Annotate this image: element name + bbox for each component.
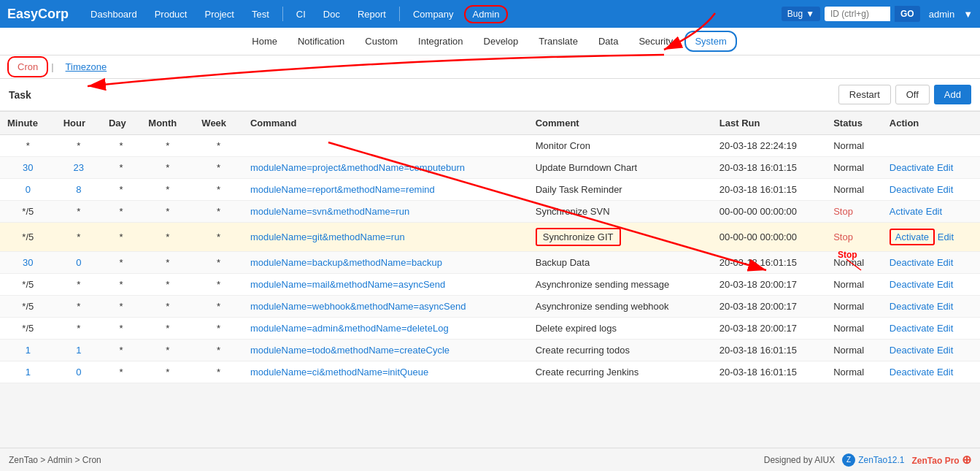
subnav-home[interactable]: Home bbox=[243, 30, 286, 53]
table-row: 300***moduleName=backup&methodName=backu… bbox=[0, 252, 980, 274]
nav-sep-2 bbox=[399, 7, 400, 21]
subnav-custom[interactable]: Custom bbox=[356, 30, 406, 53]
col-last-run: Last Run bbox=[712, 112, 826, 135]
subnav-translate[interactable]: Translate bbox=[530, 30, 587, 53]
user-arrow-icon: ▼ bbox=[963, 9, 973, 20]
task-header: Task Restart Off Add bbox=[0, 79, 980, 111]
subnav-security[interactable]: Security bbox=[630, 30, 682, 53]
top-nav: EasyCorp Dashboard Product Project Test … bbox=[0, 0, 980, 28]
breadcrumb: ZenTao > Admin > Cron bbox=[9, 455, 101, 465]
col-comment: Comment bbox=[528, 112, 712, 135]
task-title: Task bbox=[9, 89, 31, 101]
col-hour: Hour bbox=[56, 112, 101, 135]
top-right: Bug ▼ GO admin ▼ bbox=[782, 6, 973, 22]
task-table-container: Minute Hour Day Month Week Command Comme… bbox=[0, 111, 980, 383]
top-nav-links: Dashboard Product Project Test CI Doc Re… bbox=[83, 4, 782, 24]
bottom-bar: ZenTao > Admin > Cron Designed by AIUX Z… bbox=[0, 448, 980, 471]
table-header-row: Minute Hour Day Month Week Command Comme… bbox=[0, 112, 980, 135]
subnav-notification[interactable]: Notification bbox=[289, 30, 353, 53]
zentao-pro: ZenTao Pro ⊕ bbox=[912, 453, 971, 467]
table-row: 3023***moduleName=project&methodName=com… bbox=[0, 157, 980, 179]
go-button[interactable]: GO bbox=[895, 6, 920, 22]
designed-by: Designed by AIUX bbox=[764, 455, 835, 465]
table-row: 11***moduleName=todo&methodName=createCy… bbox=[0, 340, 980, 361]
col-month: Month bbox=[141, 112, 194, 135]
table-row: */5****moduleName=admin&methodName=delet… bbox=[0, 318, 980, 340]
nav-report[interactable]: Report bbox=[350, 4, 393, 24]
section-tabs: Cron | Timezone bbox=[0, 55, 980, 79]
col-week: Week bbox=[194, 112, 243, 135]
dropdown-arrow-icon: ▼ bbox=[806, 9, 814, 19]
id-input[interactable] bbox=[825, 7, 890, 21]
zentao-version: ZenTao12.1 bbox=[858, 455, 904, 465]
table-row: */5****moduleName=mail&methodName=asyncS… bbox=[0, 274, 980, 296]
zentao-icon: Z bbox=[842, 453, 855, 467]
subnav-system[interactable]: System bbox=[684, 31, 736, 52]
nav-test[interactable]: Test bbox=[244, 4, 277, 24]
footer-right: Designed by AIUX Z ZenTao12.1 ZenTao Pro… bbox=[764, 453, 971, 467]
nav-sep-1 bbox=[282, 7, 283, 21]
nav-doc[interactable]: Doc bbox=[316, 4, 347, 24]
add-button[interactable]: Add bbox=[934, 85, 971, 104]
subnav-integration[interactable]: Integration bbox=[409, 30, 471, 53]
table-row: 10***moduleName=ci&methodName=initQueueC… bbox=[0, 361, 980, 383]
plus-icon: ⊕ bbox=[962, 453, 971, 466]
nav-admin[interactable]: Admin bbox=[464, 5, 509, 23]
off-button[interactable]: Off bbox=[895, 85, 930, 104]
col-day: Day bbox=[101, 112, 141, 135]
zentao-logo: Z ZenTao12.1 bbox=[842, 453, 904, 467]
col-action: Action bbox=[882, 112, 980, 135]
col-command: Command bbox=[243, 112, 528, 135]
nav-ci[interactable]: CI bbox=[289, 4, 313, 24]
table-row: */5****moduleName=svn&methodName=runSync… bbox=[0, 201, 980, 223]
tab-timezone[interactable]: Timezone bbox=[57, 55, 116, 78]
nav-dashboard[interactable]: Dashboard bbox=[83, 4, 144, 24]
bug-label: Bug bbox=[787, 9, 803, 19]
task-actions: Restart Off Add bbox=[838, 85, 971, 104]
nav-project[interactable]: Project bbox=[197, 4, 241, 24]
restart-button[interactable]: Restart bbox=[838, 85, 891, 104]
tab-cron[interactable]: Cron bbox=[7, 56, 48, 77]
nav-company[interactable]: Company bbox=[406, 4, 461, 24]
tab-separator: | bbox=[48, 61, 56, 72]
bug-dropdown[interactable]: Bug ▼ bbox=[782, 7, 820, 21]
col-status: Status bbox=[826, 112, 882, 135]
col-minute: Minute bbox=[0, 112, 56, 135]
table-row: */5****moduleName=git&methodName=runSync… bbox=[0, 223, 980, 252]
subnav-data[interactable]: Data bbox=[590, 30, 627, 53]
table-row: */5****moduleName=webhook&methodName=asy… bbox=[0, 296, 980, 318]
task-table: Minute Hour Day Month Week Command Comme… bbox=[0, 111, 980, 383]
table-row: 08***moduleName=report&methodName=remind… bbox=[0, 179, 980, 201]
table-row: *****Monitor Cron20-03-18 22:24:19Normal bbox=[0, 135, 980, 157]
subnav-develop[interactable]: Develop bbox=[475, 30, 528, 53]
user-menu[interactable]: admin bbox=[925, 9, 959, 20]
nav-product[interactable]: Product bbox=[147, 4, 195, 24]
app-logo: EasyCorp bbox=[7, 7, 69, 22]
sub-nav: Home Notification Custom Integration Dev… bbox=[0, 28, 980, 55]
